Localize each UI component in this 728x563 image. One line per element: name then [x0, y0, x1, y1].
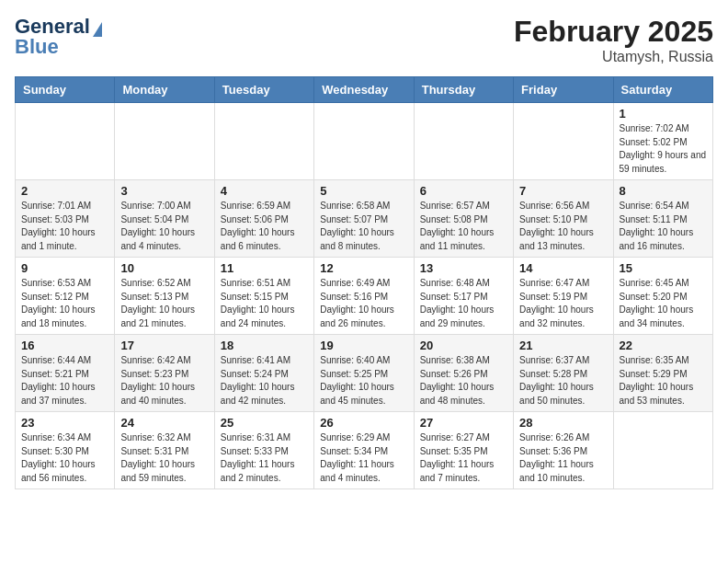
- day-number: 9: [21, 261, 108, 275]
- calendar-cell: 28Sunrise: 6:26 AM Sunset: 5:36 PM Dayli…: [514, 412, 613, 489]
- calendar-cell: 2Sunrise: 7:01 AM Sunset: 5:03 PM Daylig…: [16, 180, 115, 258]
- logo-blue: Blue: [15, 35, 59, 59]
- day-info: Sunrise: 6:31 AM Sunset: 5:33 PM Dayligh…: [221, 431, 308, 485]
- calendar-cell: 24Sunrise: 6:32 AM Sunset: 5:31 PM Dayli…: [115, 412, 214, 489]
- calendar-subtitle: Utamysh, Russia: [514, 49, 713, 65]
- day-info: Sunrise: 6:54 AM Sunset: 5:11 PM Dayligh…: [620, 200, 707, 253]
- calendar-cell: 16Sunrise: 6:44 AM Sunset: 5:21 PM Dayli…: [16, 335, 115, 412]
- calendar-cell: 11Sunrise: 6:51 AM Sunset: 5:15 PM Dayli…: [214, 258, 313, 335]
- weekday-header: Monday: [115, 77, 214, 103]
- calendar-week-row: 23Sunrise: 6:34 AM Sunset: 5:30 PM Dayli…: [16, 412, 713, 489]
- calendar-cell: 6Sunrise: 6:57 AM Sunset: 5:08 PM Daylig…: [414, 180, 513, 258]
- day-number: 23: [21, 416, 108, 430]
- day-number: 14: [519, 261, 607, 275]
- day-number: 18: [221, 339, 308, 352]
- day-info: Sunrise: 6:42 AM Sunset: 5:23 PM Dayligh…: [120, 354, 208, 408]
- day-info: Sunrise: 7:01 AM Sunset: 5:03 PM Dayligh…: [21, 200, 108, 253]
- calendar-header-row: SundayMondayTuesdayWednesdayThursdayFrid…: [16, 77, 713, 103]
- day-info: Sunrise: 6:29 AM Sunset: 5:34 PM Dayligh…: [320, 431, 407, 485]
- day-info: Sunrise: 6:51 AM Sunset: 5:15 PM Dayligh…: [221, 277, 308, 330]
- day-info: Sunrise: 6:53 AM Sunset: 5:12 PM Dayligh…: [21, 277, 108, 330]
- day-number: 2: [21, 184, 108, 198]
- calendar-week-row: 2Sunrise: 7:01 AM Sunset: 5:03 PM Daylig…: [16, 180, 713, 258]
- day-number: 3: [120, 184, 208, 198]
- day-info: Sunrise: 6:48 AM Sunset: 5:17 PM Dayligh…: [420, 277, 507, 330]
- calendar-cell: 18Sunrise: 6:41 AM Sunset: 5:24 PM Dayli…: [214, 335, 313, 412]
- calendar-week-row: 1Sunrise: 7:02 AM Sunset: 5:02 PM Daylig…: [16, 103, 713, 180]
- day-info: Sunrise: 6:34 AM Sunset: 5:30 PM Dayligh…: [21, 431, 108, 485]
- calendar-cell: [613, 412, 712, 489]
- day-number: 6: [420, 184, 507, 198]
- weekday-header: Friday: [514, 77, 613, 103]
- logo-triangle-icon: [93, 22, 102, 37]
- calendar-cell: [514, 103, 613, 180]
- day-number: 17: [120, 339, 208, 352]
- calendar-cell: 10Sunrise: 6:52 AM Sunset: 5:13 PM Dayli…: [115, 258, 214, 335]
- day-info: Sunrise: 6:38 AM Sunset: 5:26 PM Dayligh…: [420, 354, 507, 408]
- page-header: General Blue February 2025 Utamysh, Russ…: [15, 15, 713, 65]
- calendar-cell: 12Sunrise: 6:49 AM Sunset: 5:16 PM Dayli…: [314, 258, 414, 335]
- calendar-cell: 13Sunrise: 6:48 AM Sunset: 5:17 PM Dayli…: [414, 258, 513, 335]
- day-number: 25: [221, 416, 308, 430]
- day-number: 27: [420, 416, 507, 430]
- day-number: 16: [21, 339, 108, 352]
- logo: General Blue: [15, 15, 102, 59]
- calendar-cell: 15Sunrise: 6:45 AM Sunset: 5:20 PM Dayli…: [613, 258, 712, 335]
- day-info: Sunrise: 6:45 AM Sunset: 5:20 PM Dayligh…: [620, 277, 707, 330]
- day-number: 12: [320, 261, 407, 275]
- calendar-cell: [115, 103, 214, 180]
- calendar-cell: 4Sunrise: 6:59 AM Sunset: 5:06 PM Daylig…: [214, 180, 313, 258]
- day-number: 21: [519, 339, 607, 352]
- day-info: Sunrise: 6:58 AM Sunset: 5:07 PM Dayligh…: [320, 200, 407, 253]
- day-number: 10: [120, 261, 208, 275]
- day-info: Sunrise: 6:56 AM Sunset: 5:10 PM Dayligh…: [519, 200, 607, 253]
- day-info: Sunrise: 6:32 AM Sunset: 5:31 PM Dayligh…: [120, 431, 208, 485]
- day-info: Sunrise: 6:41 AM Sunset: 5:24 PM Dayligh…: [221, 354, 308, 408]
- calendar-cell: [414, 103, 513, 180]
- calendar-cell: [214, 103, 313, 180]
- calendar-cell: 14Sunrise: 6:47 AM Sunset: 5:19 PM Dayli…: [514, 258, 613, 335]
- calendar-cell: [16, 103, 115, 180]
- weekday-header: Tuesday: [214, 77, 313, 103]
- day-number: 20: [420, 339, 507, 352]
- day-info: Sunrise: 6:37 AM Sunset: 5:28 PM Dayligh…: [519, 354, 607, 408]
- calendar-cell: 5Sunrise: 6:58 AM Sunset: 5:07 PM Daylig…: [314, 180, 414, 258]
- weekday-header: Saturday: [613, 77, 712, 103]
- day-info: Sunrise: 6:47 AM Sunset: 5:19 PM Dayligh…: [519, 277, 607, 330]
- day-number: 22: [620, 339, 707, 352]
- day-number: 7: [519, 184, 607, 198]
- day-info: Sunrise: 6:49 AM Sunset: 5:16 PM Dayligh…: [320, 277, 407, 330]
- day-number: 15: [620, 261, 707, 275]
- day-number: 4: [221, 184, 308, 198]
- calendar-cell: 19Sunrise: 6:40 AM Sunset: 5:25 PM Dayli…: [314, 335, 414, 412]
- calendar-title: February 2025: [514, 15, 713, 49]
- calendar-week-row: 9Sunrise: 6:53 AM Sunset: 5:12 PM Daylig…: [16, 258, 713, 335]
- calendar-table: SundayMondayTuesdayWednesdayThursdayFrid…: [15, 76, 713, 489]
- weekday-header: Sunday: [16, 77, 115, 103]
- day-info: Sunrise: 6:44 AM Sunset: 5:21 PM Dayligh…: [21, 354, 108, 408]
- calendar-cell: 17Sunrise: 6:42 AM Sunset: 5:23 PM Dayli…: [115, 335, 214, 412]
- day-number: 26: [320, 416, 407, 430]
- calendar-cell: [314, 103, 414, 180]
- calendar-week-row: 16Sunrise: 6:44 AM Sunset: 5:21 PM Dayli…: [16, 335, 713, 412]
- day-number: 5: [320, 184, 407, 198]
- day-info: Sunrise: 6:26 AM Sunset: 5:36 PM Dayligh…: [519, 431, 607, 485]
- day-number: 24: [120, 416, 208, 430]
- day-number: 28: [519, 416, 607, 430]
- weekday-header: Thursday: [414, 77, 513, 103]
- day-info: Sunrise: 6:57 AM Sunset: 5:08 PM Dayligh…: [420, 200, 507, 253]
- calendar-cell: 1Sunrise: 7:02 AM Sunset: 5:02 PM Daylig…: [613, 103, 712, 180]
- calendar-cell: 20Sunrise: 6:38 AM Sunset: 5:26 PM Dayli…: [414, 335, 513, 412]
- day-info: Sunrise: 6:59 AM Sunset: 5:06 PM Dayligh…: [221, 200, 308, 253]
- calendar-cell: 21Sunrise: 6:37 AM Sunset: 5:28 PM Dayli…: [514, 335, 613, 412]
- weekday-header: Wednesday: [314, 77, 414, 103]
- day-info: Sunrise: 6:35 AM Sunset: 5:29 PM Dayligh…: [620, 354, 707, 408]
- calendar-cell: 27Sunrise: 6:27 AM Sunset: 5:35 PM Dayli…: [414, 412, 513, 489]
- day-number: 19: [320, 339, 407, 352]
- calendar-cell: 26Sunrise: 6:29 AM Sunset: 5:34 PM Dayli…: [314, 412, 414, 489]
- calendar-cell: 8Sunrise: 6:54 AM Sunset: 5:11 PM Daylig…: [613, 180, 712, 258]
- calendar-cell: 7Sunrise: 6:56 AM Sunset: 5:10 PM Daylig…: [514, 180, 613, 258]
- day-number: 11: [221, 261, 308, 275]
- calendar-cell: 22Sunrise: 6:35 AM Sunset: 5:29 PM Dayli…: [613, 335, 712, 412]
- day-number: 8: [620, 184, 707, 198]
